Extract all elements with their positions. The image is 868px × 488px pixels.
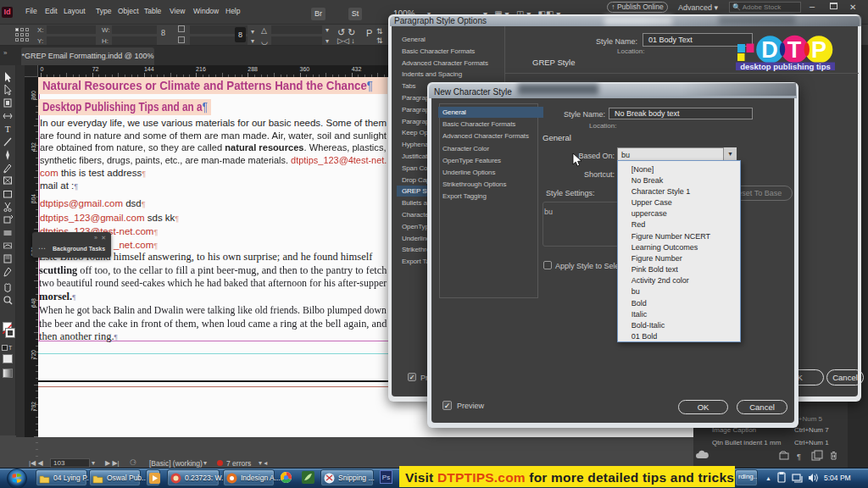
svg-text:desktop publishing tips: desktop publishing tips xyxy=(740,62,831,71)
svg-text:T: T xyxy=(787,37,802,63)
svg-text:T: T xyxy=(5,124,11,134)
svg-text:P: P xyxy=(811,37,826,63)
svg-text:¶: ¶ xyxy=(797,452,801,461)
svg-text:D: D xyxy=(761,37,778,63)
